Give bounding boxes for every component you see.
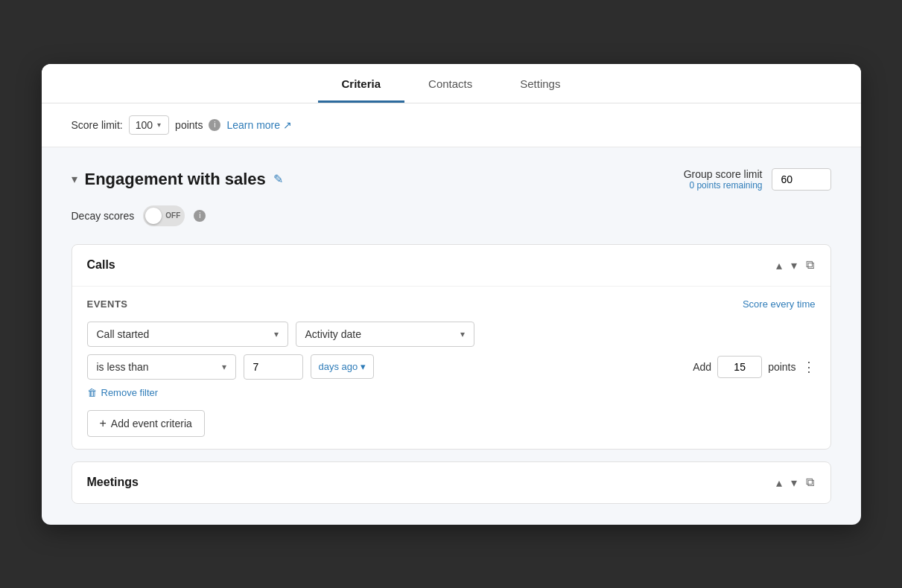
group-score-label: Group score limit 0 points remaining bbox=[684, 168, 763, 191]
tabs-bar: Criteria Contacts Settings bbox=[42, 64, 861, 103]
decay-label: Decay scores bbox=[72, 210, 135, 222]
event-type-chevron: ▾ bbox=[274, 329, 279, 339]
meetings-collapse-down-icon[interactable]: ▾ bbox=[790, 474, 798, 491]
learn-more-link[interactable]: Learn more ↗ bbox=[226, 119, 292, 131]
tab-settings[interactable]: Settings bbox=[496, 64, 584, 103]
add-label: Add bbox=[693, 361, 711, 373]
points-text: points bbox=[768, 361, 795, 373]
date-field-dropdown[interactable]: Activity date ▾ bbox=[296, 322, 474, 347]
plus-icon: + bbox=[100, 417, 107, 430]
meetings-header: Meetings ▴ ▾ ⧉ bbox=[72, 462, 830, 503]
points-input[interactable] bbox=[717, 356, 762, 378]
tab-contacts[interactable]: Contacts bbox=[404, 64, 496, 103]
calls-section-header: Calls ▴ ▾ ⧉ bbox=[72, 245, 830, 287]
decay-toggle[interactable]: OFF bbox=[143, 205, 185, 226]
info-icon[interactable]: i bbox=[209, 119, 220, 131]
tab-criteria[interactable]: Criteria bbox=[318, 64, 405, 103]
calls-title: Calls bbox=[87, 258, 115, 272]
toggle-state-label: OFF bbox=[165, 211, 180, 220]
operator-dropdown[interactable]: is less than ▾ bbox=[87, 354, 236, 380]
group-title-row: ▾ Engagement with sales ✎ bbox=[72, 170, 283, 189]
event-type-dropdown[interactable]: Call started ▾ bbox=[87, 322, 288, 347]
group-edit-icon[interactable]: ✎ bbox=[273, 172, 283, 186]
score-limit-bar: Score limit: 100 ▾ points i Learn more ↗ bbox=[42, 103, 861, 147]
meetings-collapse-up-icon[interactable]: ▴ bbox=[775, 474, 784, 491]
days-ago-chevron: ▾ bbox=[361, 361, 366, 372]
calls-controls: ▴ ▾ ⧉ bbox=[775, 257, 816, 274]
operator-value: is less than bbox=[97, 361, 149, 373]
calls-section: Calls ▴ ▾ ⧉ Events Score every time Call… bbox=[72, 244, 831, 450]
date-field-value: Activity date bbox=[305, 328, 361, 340]
remove-filter-row: 🗑 Remove filter bbox=[87, 387, 816, 398]
group-score-limit-label: Group score limit bbox=[684, 168, 763, 180]
events-header: Events Score every time bbox=[87, 298, 816, 310]
group-score-limit: Group score limit 0 points remaining bbox=[684, 168, 831, 191]
add-points-row: Add points ⋮ bbox=[693, 356, 815, 378]
remove-filter-button[interactable]: 🗑 Remove filter bbox=[87, 387, 159, 398]
meetings-copy-icon[interactable]: ⧉ bbox=[804, 474, 816, 490]
group-header: ▾ Engagement with sales ✎ Group score li… bbox=[72, 168, 831, 191]
date-field-chevron: ▾ bbox=[460, 329, 465, 339]
score-every-time[interactable]: Score every time bbox=[743, 298, 816, 310]
group-title: Engagement with sales bbox=[85, 170, 266, 189]
main-content: ▾ Engagement with sales ✎ Group score li… bbox=[42, 147, 861, 525]
meetings-title: Meetings bbox=[87, 476, 139, 489]
toggle-knob bbox=[145, 208, 162, 224]
calls-collapse-down-icon[interactable]: ▾ bbox=[790, 257, 798, 274]
group-collapse-icon[interactable]: ▾ bbox=[72, 172, 77, 186]
score-limit-chevron: ▾ bbox=[157, 121, 161, 129]
group-score-input[interactable] bbox=[772, 168, 831, 191]
group-score-remaining: 0 points remaining bbox=[684, 180, 763, 191]
operator-chevron: ▾ bbox=[222, 362, 226, 372]
decay-scores-row: Decay scores OFF i bbox=[72, 205, 831, 226]
score-limit-dropdown[interactable]: 100 ▾ bbox=[129, 115, 169, 135]
score-limit-label: Score limit: bbox=[72, 119, 123, 131]
meetings-controls: ▴ ▾ ⧉ bbox=[775, 474, 816, 491]
days-ago-label: days ago bbox=[319, 361, 358, 372]
trash-icon: 🗑 bbox=[87, 387, 97, 398]
filter-number-input[interactable] bbox=[244, 354, 303, 380]
points-label: points bbox=[175, 119, 203, 131]
calls-collapse-up-icon[interactable]: ▴ bbox=[775, 257, 784, 274]
decay-info-icon[interactable]: i bbox=[194, 210, 206, 222]
more-options-icon[interactable]: ⋮ bbox=[802, 359, 816, 375]
meetings-section: Meetings ▴ ▾ ⧉ bbox=[72, 461, 831, 504]
score-limit-value: 100 bbox=[136, 119, 153, 131]
event-filter-row: Call started ▾ Activity date ▾ bbox=[87, 322, 816, 347]
external-link-icon: ↗ bbox=[283, 119, 292, 131]
events-label: Events bbox=[87, 298, 128, 310]
event-type-value: Call started bbox=[97, 328, 150, 340]
app-window: Criteria Contacts Settings Score limit: … bbox=[42, 64, 861, 525]
days-ago-dropdown[interactable]: days ago ▾ bbox=[311, 354, 375, 379]
operator-filter-row: is less than ▾ days ago ▾ Add points ⋮ bbox=[87, 354, 816, 380]
add-event-criteria-button[interactable]: + Add event criteria bbox=[87, 410, 205, 437]
calls-events-area: Events Score every time Call started ▾ A… bbox=[72, 287, 830, 449]
calls-copy-icon[interactable]: ⧉ bbox=[804, 257, 816, 273]
